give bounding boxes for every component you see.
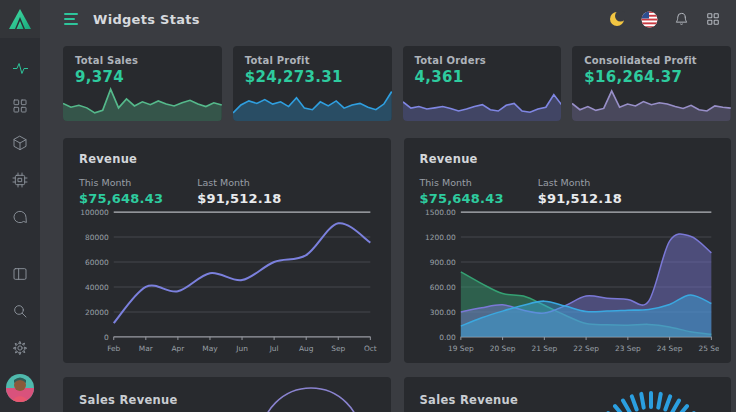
svg-text:25 Sep: 25 Sep — [698, 344, 719, 353]
sidebar-item-dashboard[interactable] — [0, 87, 40, 124]
sidebar-item-layout[interactable] — [0, 255, 40, 292]
svg-text:19 Sep: 19 Sep — [447, 344, 473, 353]
sidebar — [0, 0, 40, 412]
svg-text:40000: 40000 — [85, 283, 109, 292]
last-month-label: Last Month — [538, 177, 622, 188]
user-profile[interactable] — [0, 366, 40, 410]
this-month-label: This Month — [420, 177, 504, 188]
svg-text:20000: 20000 — [85, 308, 109, 317]
svg-text:20 Sep: 20 Sep — [489, 344, 515, 353]
sales-revenue-row: Sales Revenue $9,641.26 Sales Revenue $9… — [63, 377, 731, 412]
search-icon — [12, 303, 28, 319]
svg-text:Sep: Sep — [331, 344, 345, 353]
svg-text:1200.00: 1200.00 — [425, 233, 456, 242]
sidebar-item-messages[interactable] — [0, 198, 40, 235]
svg-text:24 Sep: 24 Sep — [656, 344, 682, 353]
sidebar-item-system[interactable] — [0, 161, 40, 198]
cpu-chip-icon — [12, 172, 28, 188]
svg-text:Feb: Feb — [107, 344, 120, 353]
revenue-panel-monthly: Revenue This Month $75,648.43 Last Month… — [63, 138, 391, 363]
svg-text:0: 0 — [104, 333, 109, 342]
sparkline-chart — [233, 84, 392, 121]
svg-text:0.00: 0.00 — [439, 333, 456, 342]
stat-label: Total Profit — [245, 55, 380, 66]
panel-title: Revenue — [420, 152, 718, 166]
svg-text:23 Sep: 23 Sep — [614, 344, 640, 353]
user-avatar — [6, 374, 34, 402]
notifications-bell-icon[interactable] — [672, 10, 690, 28]
svg-text:900.00: 900.00 — [429, 258, 455, 267]
svg-text:60000: 60000 — [85, 258, 109, 267]
page-title: Widgets Stats — [93, 12, 200, 27]
sparkline-chart — [63, 84, 222, 121]
stat-label: Consolidated Profit — [584, 55, 719, 66]
svg-text:Jun: Jun — [235, 344, 248, 353]
chat-bubble-icon — [12, 209, 28, 225]
this-month-label: This Month — [79, 177, 163, 188]
sales-revenue-card-1[interactable]: Sales Revenue $9,641.26 — [63, 377, 391, 412]
sparkline-chart — [403, 84, 562, 121]
svg-text:80000: 80000 — [85, 233, 109, 242]
app-logo[interactable] — [0, 0, 40, 38]
svg-text:Aug: Aug — [299, 344, 314, 353]
line-chart-monthly-revenue[interactable]: 020000400006000080000100000FebMarAprMayJ… — [73, 204, 379, 357]
svg-text:Mar: Mar — [139, 344, 154, 353]
layout-columns-icon — [12, 266, 28, 282]
top-header: Widgets Stats — [40, 0, 736, 38]
stat-label: Total Orders — [415, 55, 550, 66]
stat-label: Total Sales — [75, 55, 210, 66]
area-chart-daily-revenue[interactable]: 0.00300.00600.00900.001200.001500.0019 S… — [414, 204, 720, 357]
revenue-charts-row: Revenue This Month $75,648.43 Last Month… — [63, 138, 731, 363]
svg-text:Jul: Jul — [269, 344, 279, 353]
package-box-icon — [12, 135, 28, 151]
svg-text:100000: 100000 — [80, 208, 109, 217]
menu-icon[interactable] — [64, 13, 80, 25]
svg-text:22 Sep: 22 Sep — [573, 344, 599, 353]
apps-grid-icon[interactable] — [704, 10, 722, 28]
last-month-label: Last Month — [197, 177, 281, 188]
svg-text:May: May — [202, 344, 218, 353]
svg-text:21 Sep: 21 Sep — [531, 344, 557, 353]
svg-text:Apr: Apr — [171, 344, 185, 353]
stat-card-consolidated-profit[interactable]: Consolidated Profit $16,264.37 — [572, 46, 731, 121]
sales-revenue-card-2[interactable]: Sales Revenue $9,641.26 — [404, 377, 732, 412]
sidebar-item-activity[interactable] — [0, 50, 40, 87]
stat-card-total-sales[interactable]: Total Sales 9,374 — [63, 46, 222, 121]
svg-text:1500.00: 1500.00 — [425, 208, 456, 217]
main-content: Total Sales 9,374 Total Profit $24,273.3… — [40, 38, 736, 412]
settings-gear-icon — [12, 340, 28, 356]
svg-text:Oct: Oct — [364, 344, 377, 353]
tick-gauge-chart — [583, 377, 713, 412]
dashboard-grid-icon — [12, 98, 28, 114]
sidebar-item-packages[interactable] — [0, 124, 40, 161]
activity-icon — [12, 60, 29, 77]
panel-title: Revenue — [79, 152, 377, 166]
svg-text:300.00: 300.00 — [429, 308, 455, 317]
theme-moon-icon[interactable] — [608, 10, 626, 28]
stat-card-total-orders[interactable]: Total Orders 4,361 — [403, 46, 562, 121]
arc-gauge-chart — [243, 377, 373, 412]
sparkline-chart — [572, 84, 731, 121]
stat-card-total-profit[interactable]: Total Profit $24,273.31 — [233, 46, 392, 121]
language-flag-icon[interactable] — [640, 10, 658, 28]
revenue-panel-daily: Revenue This Month $75,648.43 Last Month… — [404, 138, 732, 363]
svg-text:600.00: 600.00 — [429, 283, 455, 292]
sidebar-item-settings[interactable] — [0, 329, 40, 366]
logo-triangle-icon — [8, 8, 32, 30]
sidebar-item-search[interactable] — [0, 292, 40, 329]
stat-cards-row: Total Sales 9,374 Total Profit $24,273.3… — [63, 46, 731, 121]
